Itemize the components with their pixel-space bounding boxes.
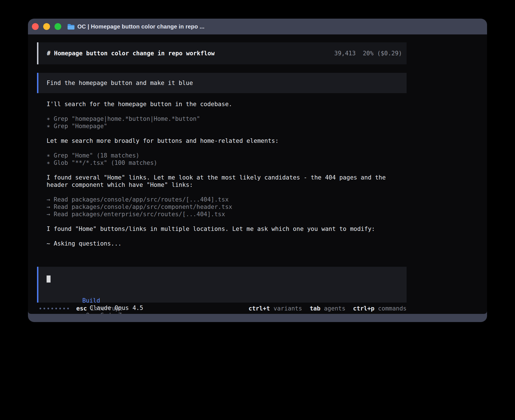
transcript-line: ∗ Grep "Homepage" [47, 123, 407, 130]
spinner-dot [55, 308, 57, 309]
shortcut-label: commands [374, 305, 407, 312]
window-title: OC | Homepage button color change in rep… [77, 23, 204, 30]
shortcut-label: agents [320, 305, 346, 312]
transcript-line [47, 167, 407, 174]
tui-main-column: # Homepage button color change in repo w… [37, 42, 407, 314]
status-bar: esc interrupt ctrl+t variantstab agentsc… [37, 305, 407, 312]
close-button[interactable] [32, 23, 39, 30]
provider-label: OpenCode Zen [86, 312, 129, 314]
spinner-dot [47, 308, 49, 309]
shortcut-hint: ctrl+t variants [248, 305, 302, 312]
spinner-dot [63, 308, 65, 309]
transcript-line: I found several "Home" links. Let me loo… [47, 174, 407, 181]
spinner-dot [43, 308, 45, 309]
window-titlebar: OC | Homepage button color change in rep… [28, 19, 487, 34]
esc-label: interrupt [87, 305, 123, 312]
shortcut-hint: tab agents [310, 305, 345, 312]
agent-status-line: ▣ Build · claude-opus-4-5 [47, 255, 407, 262]
transcript-line [47, 130, 407, 137]
shortcut-key: ctrl+t [248, 305, 270, 312]
shortcut-key: ctrl+p [353, 305, 374, 312]
prompt-footer: Build Claude Opus 4.5 OpenCode Zen [47, 290, 398, 297]
transcript-line [47, 145, 407, 152]
spinner-dot [67, 308, 69, 309]
transcript-line: ∗ Glob "**/*.tsx" (100 matches) [47, 159, 407, 167]
terminal-content: # Homepage button color change in repo w… [28, 34, 487, 314]
transcript-line: → Read packages/console/app/src/routes/[… [47, 196, 407, 203]
terminal-window: OC | Homepage button color change in rep… [28, 19, 487, 322]
shortcut-key: tab [310, 305, 320, 312]
transcript-line: ∗ Grep "Home" (18 matches) [47, 152, 407, 159]
traffic-lights [32, 23, 61, 30]
spinner-dot [40, 308, 41, 309]
transcript-line [47, 247, 407, 255]
spinner-dot [59, 308, 61, 309]
zoom-button[interactable] [54, 23, 61, 30]
esc-key: esc [76, 305, 87, 312]
transcript-line [47, 108, 407, 115]
prompt-input[interactable]: Build Claude Opus 4.5 OpenCode Zen [37, 267, 407, 303]
shortcut-hint: ctrl+p commands [353, 305, 407, 312]
spinner-dot [51, 308, 53, 309]
status-left: esc interrupt [40, 305, 123, 312]
user-message-text: Find the homepage button and make it blu… [47, 79, 193, 87]
transcript-line: ~ Asking questions... [47, 240, 407, 247]
agent-mode-label: Build [82, 297, 100, 304]
window-bottom-strip [28, 314, 487, 322]
shortcut-hints: ctrl+t variantstab agentsctrl+p commands [248, 305, 407, 312]
session-header: # Homepage button color change in repo w… [37, 42, 407, 64]
transcript-line: header component which have "Home" links… [47, 181, 407, 189]
shortcut-label: variants [270, 305, 302, 312]
transcript-line: → Read packages/console/app/src/componen… [47, 203, 407, 211]
transcript-line [47, 218, 407, 225]
transcript: I'll search for the homepage button in t… [37, 100, 407, 262]
transcript-line: I found "Home" buttons/links in multiple… [47, 225, 407, 233]
assistant-lines: I'll search for the homepage button in t… [47, 100, 407, 255]
transcript-line: ∗ Grep "homepage|home.*button|Home.*butt… [47, 115, 407, 123]
esc-hint: esc interrupt [76, 305, 123, 312]
session-stats: 39,413 20% ($0.29) [334, 50, 402, 57]
minimize-button[interactable] [43, 23, 50, 30]
prompt-input-line [47, 275, 398, 283]
transcript-line [47, 233, 407, 240]
transcript-line: → Read packages/enterprise/src/routes/[.… [47, 211, 407, 218]
spinner-dots [40, 308, 69, 309]
user-message: Find the homepage button and make it blu… [37, 73, 407, 93]
session-title: # Homepage button color change in repo w… [47, 50, 215, 57]
folder-icon [67, 23, 75, 30]
transcript-line: I'll search for the homepage button in t… [47, 100, 407, 108]
text-cursor [47, 275, 51, 283]
transcript-line [47, 189, 407, 196]
transcript-line: Let me search more broadly for buttons a… [47, 137, 407, 145]
